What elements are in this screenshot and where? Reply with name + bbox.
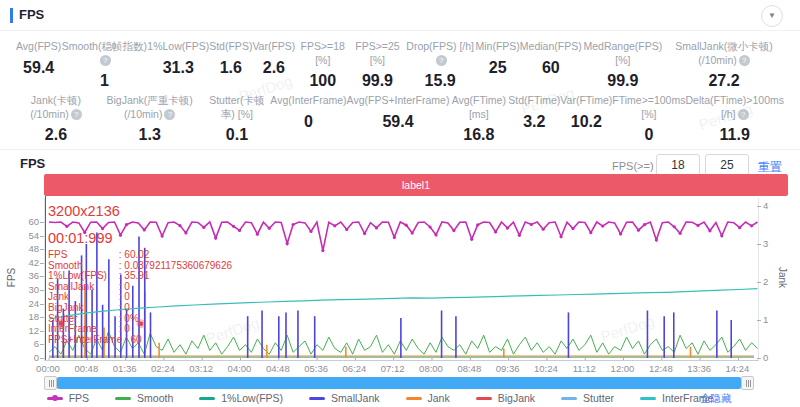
stat-label: SmallJank(微小卡顿) (/10min)? xyxy=(664,40,784,67)
y-left-tick: 54 xyxy=(15,230,39,241)
x-tick: 11:12 xyxy=(564,363,604,374)
stat-value: 2.6 xyxy=(16,126,96,144)
info-icon[interactable]: ? xyxy=(739,55,750,66)
y-left-tick: 6 xyxy=(15,338,39,349)
scrollbar-left-handle[interactable] xyxy=(44,376,57,390)
stat-label: MedRange(FPS)[%] xyxy=(582,40,664,67)
scrollbar-right-handle[interactable] xyxy=(741,376,754,390)
legend-label: Stutter xyxy=(583,392,614,404)
x-tick: 08:48 xyxy=(449,363,489,374)
stat-item: FTime>=100ms [%]0 xyxy=(612,94,685,144)
legend-swatch xyxy=(47,397,63,400)
info-icon[interactable]: ? xyxy=(738,109,749,120)
info-icon[interactable]: ? xyxy=(164,109,175,120)
perfdog-fps-panel: FPS ▼ Avg(FPS)59.4Smooth(稳帧指数)?11%Low(FP… xyxy=(0,0,800,407)
page-title: FPS xyxy=(19,7,44,22)
stat-value: 59.4 xyxy=(16,59,61,77)
legend-label: 1%Low(FPS) xyxy=(221,392,283,404)
tick-mark xyxy=(40,236,44,237)
stat-item: Var(FTime)10.2 xyxy=(560,94,612,144)
y-left-tick: 42 xyxy=(15,257,39,268)
x-tick: 00:00 xyxy=(28,363,68,374)
stat-label: FPS>=25 [%] xyxy=(350,40,405,67)
legend-item-bigjank[interactable]: BigJank xyxy=(476,392,535,404)
stat-value: 2.6 xyxy=(252,59,295,77)
info-icon[interactable]: ? xyxy=(71,109,82,120)
stat-item: Avg(FPS)59.4 xyxy=(16,40,61,90)
y-left-tick: 36 xyxy=(15,270,39,281)
legend-item-1-low-fps-[interactable]: 1%Low(FPS) xyxy=(199,392,283,404)
legend-item-fps[interactable]: FPS xyxy=(47,392,89,404)
legend-swatch xyxy=(561,397,577,400)
x-tick: 07:12 xyxy=(373,363,413,374)
y-left-tick: 18 xyxy=(15,311,39,322)
tick-mark xyxy=(757,244,761,245)
fps-threshold-max-input[interactable] xyxy=(705,154,749,176)
x-tick: 06:24 xyxy=(334,363,374,374)
info-icon[interactable]: ? xyxy=(100,55,111,66)
hide-all-link[interactable]: 全隐藏 xyxy=(700,392,732,406)
legend-swatch xyxy=(406,397,422,400)
legend-item-jank[interactable]: Jank xyxy=(406,392,450,404)
fps-threshold-label: FPS(>=) xyxy=(612,160,654,172)
tick-mark xyxy=(40,304,44,305)
stat-label: Avg(FTime) [ms] xyxy=(449,94,508,121)
stat-value: 1 xyxy=(61,72,147,90)
stat-label: Stutter(卡顿率) [%] xyxy=(203,94,270,121)
collapse-button[interactable]: ▼ xyxy=(761,5,783,27)
chart-cursor-line xyxy=(45,196,46,360)
stat-item: Smooth(稳帧指数)?1 xyxy=(61,40,147,90)
y-left-tick: 30 xyxy=(15,284,39,295)
tick-mark xyxy=(40,344,44,345)
stat-item: SmallJank(微小卡顿) (/10min)?27.2 xyxy=(664,40,784,90)
y-left-tick: 60 xyxy=(15,216,39,227)
stats-row-1: Avg(FPS)59.4Smooth(稳帧指数)?11%Low(FPS)31.3… xyxy=(0,40,800,90)
stat-value: 15.9 xyxy=(405,72,476,90)
legend-label: Smooth xyxy=(137,392,173,404)
stat-label: Var(FPS) xyxy=(252,40,295,54)
x-tick: 08:00 xyxy=(411,363,451,374)
stat-label: Median(FPS) xyxy=(520,40,582,54)
tick-mark xyxy=(40,276,44,277)
stat-label: Std(FPS) xyxy=(209,40,252,54)
label-banner: label1 xyxy=(44,174,788,196)
tick-mark xyxy=(757,320,761,321)
x-tick: 04:00 xyxy=(220,363,260,374)
chart-scrollbar[interactable] xyxy=(44,376,757,390)
legend-item-smooth[interactable]: Smooth xyxy=(115,392,173,404)
stat-label: Avg(FPS+InterFrame) xyxy=(347,94,450,108)
stat-value: 16.8 xyxy=(449,126,508,144)
y-right-tick: 1 xyxy=(763,314,787,325)
x-tick: 14:24 xyxy=(717,363,757,374)
x-tick: 01:36 xyxy=(105,363,145,374)
fps-threshold-min-input[interactable] xyxy=(656,154,700,176)
stats-row-2: Jank(卡顿) (/10min)?2.6BigJank(严重卡顿) (/10m… xyxy=(0,94,800,144)
stat-label: Delta(FTime)>100ms [/h]? xyxy=(685,94,784,121)
stat-value: 1.6 xyxy=(209,59,252,77)
fps-chart-plot[interactable] xyxy=(44,198,759,361)
legend-item-stutter[interactable]: Stutter xyxy=(561,392,614,404)
tick-mark xyxy=(40,290,44,291)
stat-value: 100 xyxy=(295,72,350,90)
legend-item-smalljank[interactable]: SmallJank xyxy=(309,392,379,404)
y-right-tick: 3 xyxy=(763,238,787,249)
stat-item: Std(FPS)1.6 xyxy=(209,40,252,90)
tick-mark xyxy=(40,358,44,359)
x-tick: 12:48 xyxy=(641,363,681,374)
tick-mark xyxy=(40,317,44,318)
stat-value: 27.2 xyxy=(664,72,784,90)
grip-icon xyxy=(748,380,749,387)
x-tick: 13:36 xyxy=(679,363,719,374)
legend-label: Jank xyxy=(428,392,450,404)
stat-item: Jank(卡顿) (/10min)?2.6 xyxy=(16,94,96,144)
stat-item: Delta(FTime)>100ms [/h]?11.9 xyxy=(685,94,784,144)
stat-item: Std(FTime)3.2 xyxy=(508,94,560,144)
info-icon[interactable]: ? xyxy=(436,55,447,66)
stat-label: Jank(卡顿) (/10min)? xyxy=(16,94,96,121)
stat-label: Std(FTime) xyxy=(508,94,560,108)
stat-item: Avg(FPS+InterFrame)59.4 xyxy=(347,94,450,144)
stat-value: 0.1 xyxy=(203,126,270,144)
legend-swatch xyxy=(640,397,656,400)
stat-item: Avg(InterFrame)0 xyxy=(270,94,346,144)
scrollbar-range[interactable] xyxy=(57,377,741,389)
